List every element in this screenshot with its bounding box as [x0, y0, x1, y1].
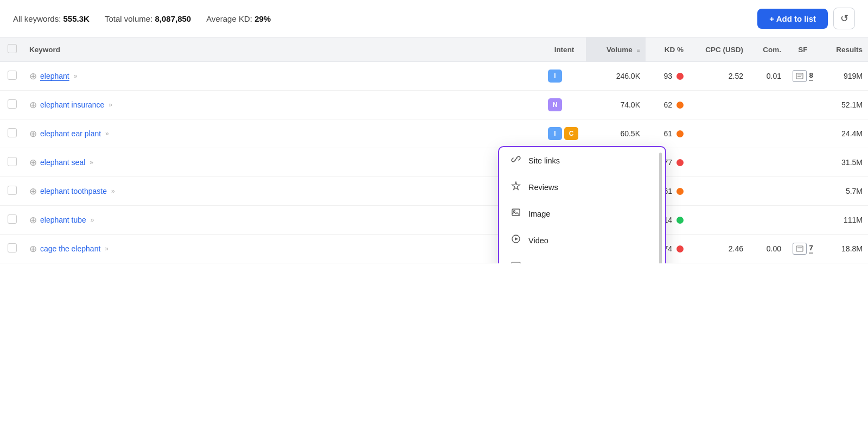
dropdown-item-icon — [510, 261, 522, 263]
chevron-icon: » — [111, 187, 115, 195]
row-sf-cell: 8 — [787, 62, 819, 91]
row-kd-cell: 61 — [646, 119, 689, 148]
row-kd-cell: 62 — [646, 91, 689, 119]
keyword-link[interactable]: cage the elephant — [40, 244, 100, 253]
row-checkbox[interactable] — [8, 214, 17, 224]
row-checkbox-cell — [0, 235, 24, 263]
kd-cell: 62 — [651, 100, 684, 109]
dropdown-item-site-links[interactable]: Site links — [499, 147, 665, 174]
table-row: ⊕ elephant toothpaste » IC40.5K615.7M — [0, 177, 868, 206]
row-checkbox[interactable] — [8, 157, 17, 166]
kd-dot — [676, 130, 684, 137]
row-results-cell: 18.8M — [819, 235, 868, 263]
svg-rect-10 — [512, 262, 520, 263]
table-row: ⊕ elephant ear plant » IC60.5K6124.4M — [0, 119, 868, 148]
row-results-cell: 24.4M — [819, 119, 868, 148]
row-cpc-cell: 2.52 — [689, 62, 749, 91]
add-keyword-icon[interactable]: ⊕ — [29, 71, 37, 82]
col-header-com: Com. — [749, 37, 787, 62]
svg-rect-6 — [512, 209, 520, 216]
row-keyword-cell: ⊕ elephant ear plant » — [24, 119, 542, 148]
row-cpc-cell — [689, 177, 749, 206]
add-keyword-icon[interactable]: ⊕ — [29, 186, 37, 197]
refresh-button[interactable]: ↺ — [833, 8, 855, 29]
row-checkbox[interactable] — [8, 128, 17, 137]
keyword-cell: ⊕ elephant ear plant » — [29, 128, 537, 140]
intent-badges: IC — [548, 127, 580, 140]
keyword-cell: ⊕ elephant seal » — [29, 157, 537, 168]
col-header-volume[interactable]: Volume ≡ — [586, 37, 646, 62]
chevron-icon: » — [74, 72, 78, 80]
kd-dot — [676, 102, 684, 109]
row-results-cell: 919M — [819, 62, 868, 91]
kd-dot — [676, 188, 684, 195]
dropdown-item-icon — [510, 181, 522, 193]
intent-badge-I: I — [548, 127, 562, 140]
row-results-cell: 111M — [819, 206, 868, 235]
keywords-table: Keyword Intent Volume ≡ KD % CPC (USD) C… — [0, 37, 868, 263]
row-checkbox[interactable] — [8, 99, 17, 109]
dropdown-item-video-carousel[interactable]: Video carousel — [499, 254, 665, 263]
add-keyword-icon[interactable]: ⊕ — [29, 214, 37, 226]
table-row: ⊕ elephant insurance » N74.0K6252.1M — [0, 91, 868, 119]
keyword-link[interactable]: elephant toothpaste — [40, 187, 107, 195]
dropdown-item-label: Video — [528, 236, 548, 245]
add-to-list-button[interactable]: + Add to list — [757, 9, 828, 29]
avg-kd-stat: Average KD: 29% — [206, 14, 271, 23]
dropdown-item-label: Video carousel — [528, 263, 580, 264]
kd-cell: 93 — [651, 72, 684, 80]
dropdown-item-label: Image — [528, 210, 550, 218]
dropdown-item-video[interactable]: Video — [499, 227, 665, 254]
row-sf-cell — [787, 91, 819, 119]
dropdown-item-reviews[interactable]: Reviews — [499, 174, 665, 200]
table-row: ⊕ elephant » I246.0K932.520.01 8 919M — [0, 62, 868, 91]
add-keyword-icon[interactable]: ⊕ — [29, 99, 37, 111]
refresh-icon: ↺ — [840, 12, 848, 24]
row-keyword-cell: ⊕ elephant tube » — [24, 206, 542, 235]
keyword-cell: ⊕ cage the elephant » — [29, 243, 537, 255]
keyword-link[interactable]: elephant tube — [40, 216, 86, 224]
add-keyword-icon[interactable]: ⊕ — [29, 243, 37, 255]
sort-icon: ≡ — [637, 47, 640, 53]
keyword-cell: ⊕ elephant tube » — [29, 214, 537, 226]
add-keyword-icon[interactable]: ⊕ — [29, 157, 37, 168]
row-checkbox[interactable] — [8, 71, 17, 80]
sf-icon[interactable] — [793, 70, 807, 82]
table-row: ⊕ elephant seal » IC40.5K7731.5M — [0, 148, 868, 177]
select-all-checkbox[interactable] — [8, 44, 17, 53]
col-header-checkbox[interactable] — [0, 37, 24, 62]
kd-cell: 61 — [651, 129, 684, 138]
kd-dot — [676, 245, 684, 252]
row-results-cell: 31.5M — [819, 148, 868, 177]
col-header-cpc: CPC (USD) — [689, 37, 749, 62]
row-sf-cell: 7 — [787, 235, 819, 263]
sf-content: 8 — [793, 70, 813, 82]
row-com-cell: 0.00 — [749, 235, 787, 263]
intent-badges: I — [548, 70, 580, 83]
row-checkbox-cell — [0, 91, 24, 119]
row-volume-cell: 246.0K — [586, 62, 646, 91]
total-volume-stat: Total volume: 8,087,850 — [105, 14, 191, 23]
row-intent-cell: N — [542, 91, 586, 119]
row-checkbox[interactable] — [8, 186, 17, 195]
kd-dot — [676, 159, 684, 166]
kd-value: 61 — [663, 129, 672, 138]
keyword-link[interactable]: elephant ear plant — [40, 129, 101, 138]
row-checkbox[interactable] — [8, 243, 17, 252]
row-com-cell — [749, 91, 787, 119]
row-keyword-cell: ⊕ elephant toothpaste » — [24, 177, 542, 206]
row-checkbox-cell — [0, 119, 24, 148]
keywords-table-wrap: Keyword Intent Volume ≡ KD % CPC (USD) C… — [0, 37, 868, 263]
keyword-link[interactable]: elephant insurance — [40, 100, 104, 109]
row-keyword-cell: ⊕ cage the elephant » — [24, 235, 542, 263]
dropdown-item-icon — [510, 207, 522, 220]
dropdown-item-image[interactable]: Image — [499, 200, 665, 227]
row-results-cell: 5.7M — [819, 177, 868, 206]
row-sf-cell — [787, 148, 819, 177]
row-intent-cell: IC — [542, 119, 586, 148]
col-header-results: Results — [819, 37, 868, 62]
sf-icon[interactable] — [793, 243, 807, 255]
keyword-link[interactable]: elephant seal — [40, 158, 85, 167]
add-keyword-icon[interactable]: ⊕ — [29, 128, 37, 140]
keyword-link[interactable]: elephant — [40, 72, 69, 80]
